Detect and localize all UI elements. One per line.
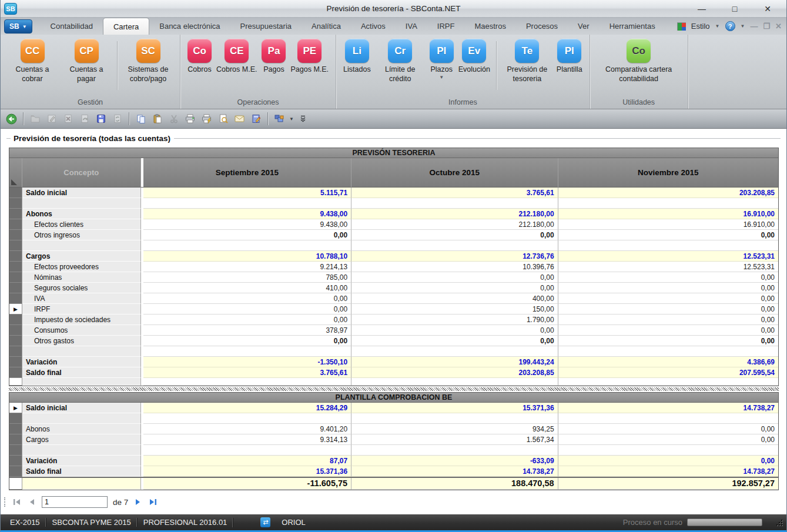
cell-value[interactable]: 192.857,27 [558,478,778,490]
quick-print-icon[interactable] [199,112,214,126]
ribbon-button-plantilla[interactable]: PlPlantilla [554,38,585,74]
cell-concepto[interactable]: Cargos [22,434,141,445]
cell-concepto[interactable] [22,378,141,386]
row-indicator[interactable] [9,434,22,445]
cell-value[interactable]: 0,00 [351,272,558,283]
cell-value[interactable] [143,445,351,456]
row-indicator[interactable] [9,198,22,209]
mdi-minimize-icon[interactable]: — [750,22,758,31]
cell-value[interactable]: 87,07 [143,456,351,466]
cell-value[interactable] [558,240,778,251]
cell-value[interactable]: 14.738,27 [351,466,558,477]
cell-value[interactable] [558,413,778,424]
ribbon-button-comparativa-cartera-contabilidad[interactable]: CoComparativa cartera contabilidad [595,38,683,84]
ribbon-button-cuentas-a-cobrar[interactable]: CCCuentas a cobrar [5,38,59,84]
back-icon[interactable] [4,112,19,126]
cell-concepto[interactable]: Nóminas [22,272,141,283]
row-indicator[interactable] [9,367,22,378]
cell-value[interactable]: 14.738,27 [558,466,778,477]
row-indicator[interactable] [9,456,22,466]
cell-concepto[interactable]: Saldo inicial [22,403,141,413]
more-icon[interactable] [296,112,310,126]
cell-value[interactable]: -1.350,10 [143,357,351,367]
resize-grip-icon[interactable] [775,518,783,526]
row-indicator[interactable] [9,413,22,424]
cell-value[interactable]: 12.523,31 [558,251,778,262]
paste-icon[interactable] [150,112,165,126]
cell-value[interactable]: 207.595,54 [558,367,778,378]
cell-value[interactable]: 0,00 [558,314,778,325]
row-indicator[interactable] [9,272,22,283]
page-number-input[interactable] [42,496,108,508]
cell-value[interactable]: 410,00 [143,283,351,293]
cell-value[interactable]: 3.765,61 [143,367,351,378]
cell-concepto[interactable]: IRPF [22,304,141,314]
row-indicator[interactable] [9,230,22,240]
cell-value[interactable]: 15.284,29 [143,403,351,413]
cell-value[interactable]: 203.208,85 [558,188,778,198]
cell-concepto[interactable] [22,198,141,209]
cell-concepto[interactable]: Otros gastos [22,336,141,346]
save-icon[interactable] [93,112,108,126]
cell-value[interactable]: 785,00 [143,272,351,283]
cell-concepto[interactable] [22,413,141,424]
menu-tab-iva[interactable]: IVA [396,18,427,35]
cell-value[interactable] [351,198,558,209]
row-indicator[interactable] [9,240,22,251]
close-button[interactable]: ✕ [751,4,784,14]
menu-tab-analítica[interactable]: Analítica [302,18,351,35]
cell-value[interactable]: 16.910,00 [558,209,778,219]
row-indicator[interactable] [9,283,22,293]
previous-record-button[interactable] [27,497,36,507]
layout-icon[interactable] [272,112,287,126]
cell-value[interactable]: 9.214,13 [143,262,351,272]
cell-value[interactable]: 15.371,36 [351,403,558,413]
row-indicator[interactable] [9,262,22,272]
chevron-down-icon[interactable]: ▼ [741,24,745,29]
row-indicator[interactable]: ▶ [9,403,22,413]
row-indicator[interactable] [9,478,22,490]
minimize-button[interactable]: — [685,4,718,14]
cell-value[interactable]: 3.765,61 [351,188,558,198]
cell-value[interactable]: -633,09 [351,456,558,466]
cell-value[interactable]: 9.438,00 [143,209,351,219]
cell-concepto[interactable]: Abonos [22,209,141,219]
email-icon[interactable] [232,112,247,126]
row-indicator[interactable]: ▶ [9,304,22,314]
maximize-button[interactable]: □ [718,4,751,14]
cell-value[interactable]: 5.115,71 [143,188,351,198]
menu-tab-cartera[interactable]: Cartera [103,18,149,35]
row-indicator[interactable] [9,346,22,357]
estilo-menu[interactable]: Estilo [691,22,710,31]
cell-concepto[interactable]: Efectos proveedores [22,262,141,272]
row-indicator[interactable] [9,424,22,434]
cell-value[interactable] [558,445,778,456]
cell-value[interactable]: 378,97 [143,325,351,336]
ribbon-button-límite-de-crédito[interactable]: CrLímite de crédito [373,38,427,84]
cell-value[interactable]: 0,00 [351,283,558,293]
cell-value[interactable] [143,198,351,209]
cell-concepto[interactable]: Impuesto de sociedades [22,314,141,325]
row-indicator[interactable] [9,188,22,198]
cell-value[interactable]: 0,00 [558,456,778,466]
ribbon-button-plazos[interactable]: PlPlazos▼ [427,38,456,80]
cell-value[interactable]: 188.470,58 [351,478,558,490]
menu-tab-procesos[interactable]: Procesos [516,18,568,35]
row-indicator[interactable] [9,209,22,219]
cell-value[interactable] [351,378,558,386]
cell-concepto[interactable]: Efectos clientes [22,219,141,230]
mdi-close-icon[interactable]: ✕ [775,22,782,31]
cell-concepto[interactable]: Saldo final [22,367,141,378]
cell-concepto[interactable]: Variación [22,357,141,367]
remote-support-icon[interactable]: ⇄ [260,517,270,527]
ribbon-button-cobros[interactable]: CoCobros [185,38,214,74]
row-indicator[interactable] [9,251,22,262]
chevron-down-icon[interactable]: ▼ [715,24,720,29]
cell-value[interactable]: 0,00 [143,230,351,240]
first-record-button[interactable] [12,497,22,507]
sb-menu-button[interactable]: SB ▼ [4,19,32,34]
row-indicator[interactable] [9,378,22,386]
cell-value[interactable]: 1.567,34 [351,434,558,445]
style-swatch-icon[interactable] [677,22,686,31]
menu-tab-herramientas[interactable]: Herramientas [600,18,665,35]
